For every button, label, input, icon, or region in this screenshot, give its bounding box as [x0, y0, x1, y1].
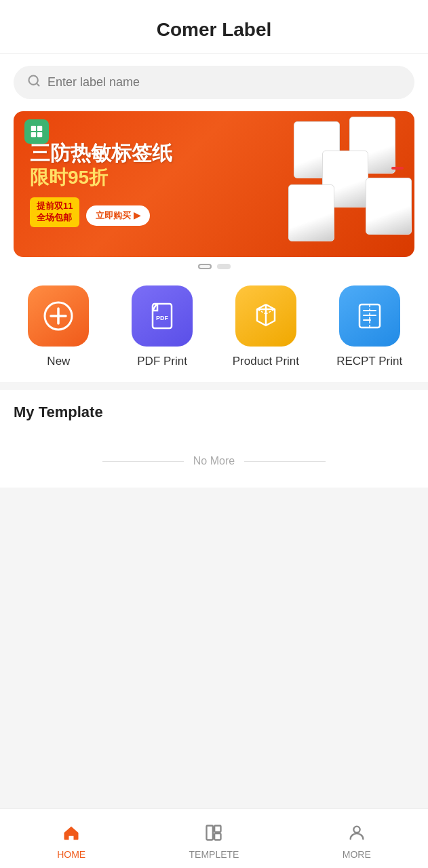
search-bar	[0, 54, 428, 111]
banner-logo	[24, 119, 49, 144]
banner[interactable]: 三防热敏标签纸 限时95折 提前双11 全场包邮 立即购买 ▶	[14, 111, 414, 257]
svg-rect-2	[31, 126, 36, 131]
no-more-text: No More	[193, 455, 235, 467]
svg-text:PDF: PDF	[156, 315, 169, 321]
home-icon	[62, 823, 81, 846]
svg-rect-3	[37, 126, 42, 131]
nav-more[interactable]: MORE	[286, 818, 428, 860]
header: Comer Label	[0, 0, 428, 54]
svg-rect-21	[207, 825, 213, 840]
action-new-label: New	[47, 355, 70, 368]
action-pdf-icon: PDF	[132, 285, 193, 347]
search-input-wrap[interactable]	[14, 66, 414, 99]
banner-rolls	[279, 111, 414, 257]
bottom-nav: HOME TEMPLETE MORE	[0, 808, 428, 868]
nav-more-label: MORE	[343, 849, 371, 860]
svg-rect-4	[31, 132, 36, 137]
banner-sticker-line1: 提前双11	[37, 201, 73, 212]
banner-wrap: 三防热敏标签纸 限时95折 提前双11 全场包邮 立即购买 ▶	[0, 111, 428, 279]
no-more-line-right	[244, 461, 326, 462]
action-product-icon	[235, 285, 296, 347]
svg-rect-23	[215, 833, 221, 840]
action-pdf-print[interactable]: PDF PDF Print	[121, 285, 203, 368]
banner-dot-1[interactable]	[198, 264, 212, 269]
banner-sticker-line2: 全场包邮	[37, 212, 73, 224]
banner-buy-button[interactable]: 立即购买 ▶	[86, 205, 150, 226]
nav-template[interactable]: TEMPLETE	[142, 818, 285, 860]
quick-actions: New PDF PDF Print	[0, 279, 428, 382]
no-more-line-left	[102, 461, 184, 462]
template-icon	[204, 823, 223, 846]
action-new[interactable]: New	[18, 285, 99, 368]
svg-line-1	[37, 83, 39, 86]
no-more: No More	[14, 435, 414, 481]
app-title: Comer Label	[157, 19, 272, 40]
action-recpt-icon	[339, 285, 400, 347]
banner-dots	[14, 257, 414, 279]
search-icon	[27, 74, 41, 91]
svg-rect-5	[37, 132, 42, 137]
nav-home[interactable]: HOME	[0, 818, 142, 860]
my-template-section: My Template No More	[0, 390, 428, 488]
svg-point-24	[353, 826, 359, 832]
action-recpt-label: RECPT Print	[336, 355, 402, 368]
my-template-title: My Template	[14, 403, 414, 421]
search-input[interactable]	[47, 75, 401, 90]
svg-rect-22	[215, 825, 221, 831]
action-new-icon	[28, 285, 89, 347]
action-product-label: Product Print	[233, 355, 299, 368]
action-product-print[interactable]: Product Print	[225, 285, 307, 368]
nav-home-label: HOME	[57, 849, 85, 860]
more-icon	[347, 823, 366, 846]
banner-dot-2[interactable]	[217, 264, 231, 269]
action-recpt-print[interactable]: RECPT Print	[329, 285, 410, 368]
nav-template-label: TEMPLETE	[189, 849, 239, 860]
action-pdf-label: PDF Print	[137, 355, 187, 368]
